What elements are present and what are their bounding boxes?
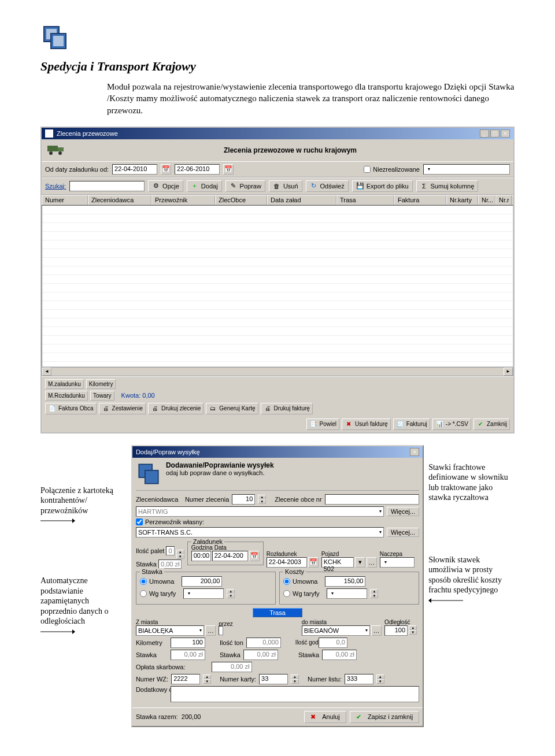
col-trasa[interactable]: Trasa <box>336 195 394 205</box>
koszty-umowna-input[interactable]: 150,00 <box>325 576 365 587</box>
search-input[interactable] <box>69 181 145 191</box>
przez-input[interactable] <box>219 626 223 635</box>
data-roz-input[interactable]: 22-04-2003 <box>267 557 307 568</box>
table-body[interactable] <box>42 205 513 367</box>
zestawienie-button[interactable]: 🖨Zestawienie <box>99 403 146 414</box>
stawka-spinner[interactable]: ▲▼ <box>227 589 235 598</box>
z-miasta-dropdown[interactable]: BIAŁOŁĘKA <box>136 625 204 636</box>
mrozladunku-button[interactable]: M.Rozładunku <box>45 391 88 401</box>
koszty-spinner[interactable]: ▲▼ <box>370 589 378 598</box>
oplata-input[interactable]: 0,00 zł <box>212 662 252 672</box>
stawka-taryfy-dropdown[interactable] <box>183 588 224 599</box>
ellipsis-icon[interactable]: … <box>205 625 216 636</box>
przewoznik-dropdown[interactable]: SOFT-TRANS S.C. <box>136 527 384 538</box>
minimize-button[interactable]: _ <box>480 129 489 138</box>
opis-input[interactable] <box>171 686 419 702</box>
stawka-input[interactable]: 0,00 zł <box>158 559 182 569</box>
powiel-button[interactable]: 📑Powiel <box>306 418 339 430</box>
odleglosc-input[interactable]: 100 <box>384 625 408 636</box>
wiecej-button-1[interactable]: Więcej... <box>387 507 419 516</box>
data-zal-input[interactable]: 22-04-200 <box>212 551 248 561</box>
col-data-zalad[interactable]: Data załad <box>267 195 336 205</box>
ilosc-ton-input[interactable]: 0,000 <box>246 638 281 648</box>
close-button[interactable]: × <box>501 129 510 138</box>
ilosc-palet-input[interactable]: 0 <box>166 546 174 555</box>
fakturuj-button[interactable]: 🧾Fakturuj <box>393 418 430 430</box>
zapisz-button[interactable]: ✔ Zapisz i zamknij <box>350 711 419 723</box>
date-from-input[interactable]: 22-04-2010 <box>112 164 157 175</box>
date-to-input[interactable]: 22-06-2010 <box>175 164 220 175</box>
towary-button[interactable]: Towary <box>90 391 114 401</box>
ellipsis-icon[interactable]: … <box>367 557 377 568</box>
wz-input[interactable]: 2222 <box>171 674 200 684</box>
dialog-close-button[interactable]: × <box>410 448 419 456</box>
zleceniodawca-dropdown[interactable]: HARTWIG <box>136 506 384 517</box>
sumuj-button[interactable]: ΣSumuj kolumnę <box>416 180 479 192</box>
listu-spinner[interactable]: ▲▼ <box>376 675 384 684</box>
drukuj-fakture-button[interactable]: 🖨Drukuj fakturę <box>261 403 313 414</box>
zamknij-button[interactable]: ✔Zamknij <box>473 418 510 430</box>
zlecenie-obce-input[interactable] <box>325 494 419 505</box>
date-to-picker-icon[interactable]: 📅 <box>223 164 234 175</box>
kilometry-button[interactable]: Kilometry <box>86 379 116 389</box>
koszty-umowna-radio[interactable]: Umowna <box>283 578 317 585</box>
faktura-obca-button[interactable]: 📄Faktura Obca <box>45 403 97 414</box>
godzina-input[interactable]: 00:00 <box>191 551 211 561</box>
karty-spinner[interactable]: ▲▼ <box>291 675 299 684</box>
palet-spinner[interactable]: ▲▼ <box>176 550 184 559</box>
col-przewoznik[interactable]: Przewoźnik <box>151 195 215 205</box>
col-nrkarty[interactable]: Nr.karty <box>446 195 478 205</box>
numer-zlecenia-input[interactable]: 10 <box>232 494 255 505</box>
dodaj-button[interactable]: ＋Dodaj <box>187 180 222 192</box>
calendar-icon[interactable]: 📅 <box>249 551 260 561</box>
wiecej-button-2[interactable]: Więcej... <box>387 528 419 537</box>
col-faktura[interactable]: Faktura <box>394 195 446 205</box>
koszty-taryfy-radio[interactable]: Wg taryfy <box>283 590 319 597</box>
export-button[interactable]: 💾Export do pliku <box>352 180 413 192</box>
mzaladunku-button[interactable]: M.załadunku <box>45 379 84 389</box>
koszty-taryfy-dropdown[interactable] <box>327 588 367 599</box>
odleglosc-spinner[interactable]: ▲▼ <box>409 625 417 635</box>
drukuj-zlecenie-button[interactable]: 🖨Drukuj zlecenie <box>148 403 204 414</box>
stawka2-input[interactable]: 0,00 zł <box>243 650 278 660</box>
stawka1-input[interactable]: 0,00 zł <box>171 650 205 660</box>
odswiez-button[interactable]: ↻Odśwież <box>306 180 349 192</box>
scroll-right-icon[interactable]: ► <box>504 368 513 376</box>
calendar-icon[interactable]: 📅 <box>308 557 319 568</box>
ellipsis-icon[interactable]: … <box>371 625 382 636</box>
col-zlecobce[interactable]: ZlecObce <box>215 195 267 205</box>
col-nr1[interactable]: Nr... <box>478 195 495 205</box>
search-label[interactable]: Szukaj: <box>45 183 66 190</box>
filter-dropdown[interactable] <box>423 164 510 175</box>
niezrealizowane-checkbox[interactable]: Niezrealizowane <box>364 166 420 173</box>
anuluj-button[interactable]: ✖ Anuluj <box>304 711 346 723</box>
przewoznik-wlasny-checkbox[interactable]: Perzewoźnik własny: <box>136 518 204 525</box>
trasa-tab[interactable]: Trasa <box>253 608 302 617</box>
pojazd-input[interactable]: KCHK 502 <box>321 557 354 568</box>
stawka-umowna-radio[interactable]: Umowna <box>140 578 174 585</box>
dropdown-icon[interactable]: ▾ <box>355 557 365 568</box>
do-miasta-dropdown[interactable]: BIEGANÓW <box>302 625 370 636</box>
numer-spinner[interactable]: ▲▼ <box>258 495 266 504</box>
scroll-left-icon[interactable]: ◄ <box>42 368 51 376</box>
opcje-button[interactable]: ⚙Opcje <box>148 180 183 192</box>
karty-input[interactable]: 33 <box>259 674 288 684</box>
wz-spinner[interactable]: ▲▼ <box>203 675 211 684</box>
naczepa-dropdown[interactable] <box>380 557 415 568</box>
listu-input[interactable]: 333 <box>345 674 373 684</box>
csv-button[interactable]: 📊-> *.CSV <box>432 418 471 430</box>
popraw-button[interactable]: ✎Popraw <box>225 180 265 192</box>
generuj-karte-button[interactable]: 🗂Generuj Kartę <box>206 403 258 414</box>
date-from-picker-icon[interactable]: 📅 <box>161 164 171 175</box>
stawka-umowna-input[interactable]: 200,00 <box>182 576 222 587</box>
usun-button[interactable]: 🗑Usuń <box>269 180 302 192</box>
stawka-taryfy-radio[interactable]: Wg taryfy <box>140 590 176 597</box>
usun-fakture-button[interactable]: ✖Usuń fakturę <box>342 418 391 430</box>
col-nr2[interactable]: Nr.r <box>495 195 512 205</box>
h-scrollbar[interactable]: ◄ ► <box>42 367 513 376</box>
ilosc-godzin-input[interactable]: 0,0 <box>319 638 347 648</box>
maximize-button[interactable]: □ <box>490 129 500 138</box>
kilometry-input[interactable]: 100 <box>171 638 205 648</box>
stawka3-input[interactable]: 0,00 zł <box>322 650 357 660</box>
col-zleceniodawca[interactable]: Zleceniodawca <box>88 195 151 205</box>
